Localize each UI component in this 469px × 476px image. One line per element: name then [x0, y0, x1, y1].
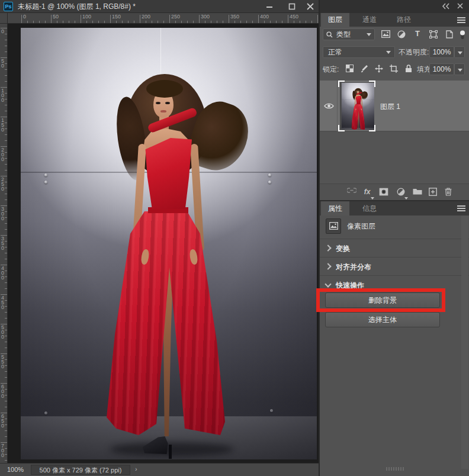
- ruler-label: 6 0 0: [1, 384, 4, 398]
- model-lips: [160, 110, 166, 112]
- panel-resize-gripper[interactable]: [386, 467, 404, 471]
- ruler-label: 3 0 0: [1, 207, 4, 221]
- layer-style-button[interactable]: fx: [361, 188, 373, 198]
- close-icon: [307, 3, 314, 10]
- layers-panel-tabbar: 图层 通道 路径: [320, 13, 469, 27]
- ruler-tick: [258, 15, 259, 23]
- ruler-tick: [5, 134, 7, 135]
- model-eye: [156, 102, 160, 104]
- ruler-tick: [240, 21, 241, 23]
- lock-transparent-pixels-icon[interactable]: [343, 65, 355, 75]
- ruler-label: 200: [142, 14, 150, 20]
- select-subject-button[interactable]: 选择主体: [325, 312, 440, 327]
- blend-mode-select[interactable]: 正常: [323, 46, 395, 58]
- document-info[interactable]: 500 像素 x 729 像素 (72 ppi): [31, 465, 130, 475]
- new-layer-button[interactable]: [427, 188, 439, 198]
- tab-info[interactable]: 信息: [355, 201, 384, 216]
- status-chevron-icon[interactable]: ›: [135, 465, 137, 472]
- horizontal-ruler[interactable]: 050100150200250300350400450500: [8, 13, 319, 24]
- layer-name[interactable]: 图层 1: [380, 102, 400, 112]
- tab-layers[interactable]: 图层: [321, 13, 349, 27]
- red-dress-bodice: [356, 95, 361, 104]
- properties-panel-body: 像素图层 变换 对齐并分布 快速操作 删除背景 选择主体: [320, 216, 469, 476]
- new-adjustment-layer-button[interactable]: [395, 188, 407, 198]
- zoom-level-field[interactable]: 100%: [7, 466, 24, 473]
- canvas-image[interactable]: [21, 28, 317, 459]
- tab-properties[interactable]: 属性: [321, 201, 349, 216]
- minimize-button[interactable]: [259, 0, 280, 13]
- tab-channels[interactable]: 通道: [355, 13, 384, 27]
- blend-mode-row: 正常 不透明度: 100%: [320, 46, 469, 59]
- ruler-tick: [5, 164, 7, 165]
- layer-row-selected[interactable]: 图层 1: [320, 81, 469, 131]
- link-layers-button[interactable]: [346, 188, 358, 198]
- ruler-tick: [181, 21, 182, 23]
- ruler-tick: [5, 223, 7, 224]
- ruler-label: 0: [1, 29, 4, 34]
- ruler-label: 5 0: [1, 59, 4, 68]
- new-group-button[interactable]: [412, 188, 423, 198]
- window-titlebar[interactable]: Ps 未标题-1 @ 100% (图层 1, RGB/8#) *: [0, 0, 319, 13]
- opacity-value-field[interactable]: 100%: [429, 46, 454, 58]
- fill-dropdown-button[interactable]: [454, 63, 465, 75]
- section-transform[interactable]: 变换: [320, 239, 469, 257]
- ruler-origin-corner[interactable]: [0, 13, 8, 24]
- fill-value-field[interactable]: 100%: [429, 63, 454, 75]
- tab-paths[interactable]: 路径: [390, 13, 418, 27]
- ruler-tick: [5, 460, 7, 461]
- opacity-label: 不透明度:: [399, 46, 429, 58]
- close-panel-icon[interactable]: [457, 3, 463, 14]
- ruler-tick: [205, 21, 205, 23]
- ruler-tick: [306, 21, 306, 23]
- filter-adjustment-layers-icon[interactable]: [394, 28, 409, 40]
- layer-thumbnail[interactable]: [340, 82, 374, 130]
- ruler-tick: [5, 395, 7, 395]
- layer-filter-select[interactable]: 类型: [323, 28, 375, 40]
- lock-image-pixels-icon[interactable]: [358, 65, 370, 75]
- maximize-button[interactable]: [282, 0, 302, 13]
- vertical-ruler[interactable]: 05 01 0 01 5 02 0 02 5 03 0 03 5 04 0 04…: [0, 24, 8, 463]
- model-shadow: [110, 442, 234, 456]
- filter-shape-layers-icon[interactable]: [426, 28, 441, 40]
- section-label: 对齐并分布: [336, 262, 371, 272]
- search-icon: [326, 31, 333, 38]
- close-button[interactable]: [302, 0, 319, 13]
- canvas-image[interactable]: [342, 83, 374, 130]
- lock-artboard-icon[interactable]: [388, 65, 400, 75]
- ruler-tick: [5, 34, 7, 34]
- ruler-label: 4 0 0: [1, 266, 4, 280]
- ruler-label: 150: [112, 14, 121, 20]
- filter-toggle-switch[interactable]: [457, 28, 468, 40]
- ruler-tick: [5, 99, 7, 99]
- panel-scrollbar[interactable]: [461, 216, 468, 469]
- ruler-tick: [5, 348, 7, 348]
- section-align-distribute[interactable]: 对齐并分布: [320, 257, 469, 275]
- ruler-tick: [5, 128, 7, 129]
- red-dress-bodice: [144, 138, 192, 209]
- ruler-tick: [246, 21, 247, 23]
- opacity-dropdown-button[interactable]: [454, 46, 465, 58]
- ruler-tick: [134, 21, 134, 23]
- layer-visibility-toggle[interactable]: [320, 81, 338, 131]
- ruler-tick: [140, 15, 140, 23]
- lock-position-icon[interactable]: [373, 65, 385, 75]
- panel-menu-icon[interactable]: [457, 205, 465, 211]
- delete-layer-button[interactable]: [442, 188, 454, 198]
- filter-pixel-layers-icon[interactable]: [378, 28, 393, 40]
- add-layer-mask-button[interactable]: [378, 188, 390, 198]
- ruler-tick: [27, 21, 28, 23]
- selection-bracket: [338, 125, 345, 131]
- filter-type-layers-icon[interactable]: T: [410, 28, 425, 40]
- canvas-pasteboard[interactable]: [8, 24, 319, 463]
- selection-bracket: [338, 81, 345, 87]
- ruler-tick: [5, 318, 7, 319]
- ruler-tick: [5, 194, 7, 194]
- collapse-panels-icon[interactable]: [442, 3, 450, 14]
- lock-all-icon[interactable]: [403, 65, 415, 75]
- layer-type-label: 像素图层: [347, 221, 375, 231]
- ruler-label: 2 5 0: [1, 177, 4, 191]
- filter-smart-objects-icon[interactable]: [442, 28, 457, 40]
- panel-menu-icon[interactable]: [457, 17, 465, 23]
- ruler-tick: [92, 21, 93, 23]
- ruler-tick: [5, 271, 7, 271]
